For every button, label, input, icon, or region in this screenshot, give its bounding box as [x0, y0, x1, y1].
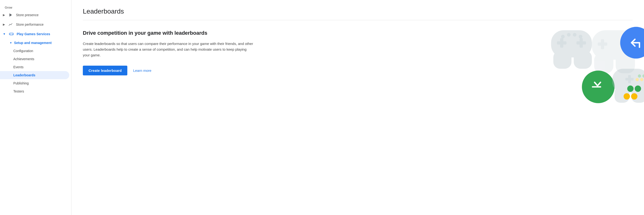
- svg-point-15: [561, 35, 564, 38]
- svg-point-16: [567, 33, 570, 37]
- svg-point-18: [579, 35, 582, 38]
- main-content: Leaderboards Drive competition in your g…: [72, 0, 644, 215]
- setup-management-section[interactable]: ▼ Setup and management: [0, 39, 71, 47]
- svg-point-4: [12, 33, 12, 34]
- svg-rect-20: [594, 53, 613, 73]
- sidebar-subitem-leaderboards[interactable]: Leaderboards: [0, 71, 69, 79]
- chevron-down-icon-pgs: ▼: [3, 32, 6, 36]
- grow-section-label: Grow: [0, 4, 71, 10]
- chevron-down-setup-icon: ▼: [10, 41, 12, 44]
- sidebar-subitem-publishing[interactable]: Publishing: [0, 79, 69, 87]
- sidebar-subitem-configuration[interactable]: Configuration: [0, 47, 69, 55]
- play-games-services-icon: [9, 32, 14, 36]
- store-performance-icon: [8, 22, 13, 27]
- testers-label: Testers: [13, 89, 24, 93]
- svg-rect-10: [574, 51, 592, 69]
- store-presence-icon: [8, 12, 13, 17]
- svg-point-5: [12, 34, 13, 34]
- svg-point-40: [631, 93, 638, 100]
- leaderboards-label: Leaderboards: [13, 73, 36, 77]
- sidebar-item-store-presence-label: Store presence: [16, 13, 38, 17]
- svg-rect-23: [598, 42, 607, 46]
- svg-point-36: [640, 78, 643, 81]
- chevron-right-icon: ▶: [3, 13, 5, 17]
- achievements-label: Achievements: [13, 57, 34, 61]
- publishing-label: Publishing: [13, 81, 29, 85]
- sidebar-item-store-performance-label: Store performance: [16, 22, 44, 26]
- create-leaderboard-button[interactable]: Create leaderboard: [83, 66, 127, 75]
- leaderboards-content-section: Drive competition in your game with lead…: [83, 30, 254, 75]
- events-label: Events: [13, 65, 24, 69]
- svg-point-41: [624, 93, 630, 100]
- svg-rect-3: [10, 34, 10, 34]
- svg-point-17: [573, 33, 576, 37]
- svg-point-38: [627, 86, 634, 92]
- sidebar-item-store-presence[interactable]: ▶ Store presence: [0, 10, 69, 20]
- sidebar-item-store-performance[interactable]: ▶ Store performance: [0, 20, 69, 29]
- action-buttons: Create leaderboard Learn more: [83, 66, 254, 75]
- leaderboards-illustration: [549, 14, 644, 114]
- svg-point-34: [638, 74, 641, 77]
- svg-point-39: [635, 86, 641, 92]
- illustration-svg: [549, 14, 644, 114]
- content-description: Create leaderboards so that users can co…: [83, 41, 254, 58]
- sidebar-subitem-testers[interactable]: Testers: [0, 87, 69, 95]
- sidebar-item-play-games-services[interactable]: ▼ Play Games Services: [0, 29, 69, 39]
- svg-rect-9: [553, 51, 572, 69]
- sidebar-subitem-events[interactable]: Events: [0, 63, 69, 71]
- svg-rect-33: [626, 78, 634, 80]
- svg-point-7: [12, 34, 12, 35]
- sidebar-subitem-achievements[interactable]: Achievements: [0, 55, 69, 63]
- sidebar-item-play-games-services-label: Play Games Services: [17, 32, 50, 36]
- setup-management-label: Setup and management: [14, 41, 52, 45]
- svg-point-37: [636, 78, 639, 81]
- sidebar: Grow ▶ Store presence ▶ Store performanc…: [0, 0, 72, 215]
- learn-more-link[interactable]: Learn more: [133, 68, 151, 72]
- svg-point-6: [12, 34, 12, 34]
- configuration-label: Configuration: [13, 49, 33, 53]
- content-heading: Drive competition in your game with lead…: [83, 30, 254, 37]
- svg-marker-0: [10, 13, 12, 17]
- svg-rect-12: [557, 41, 566, 44]
- chevron-right-icon-perf: ▶: [3, 23, 5, 26]
- svg-rect-14: [576, 41, 586, 44]
